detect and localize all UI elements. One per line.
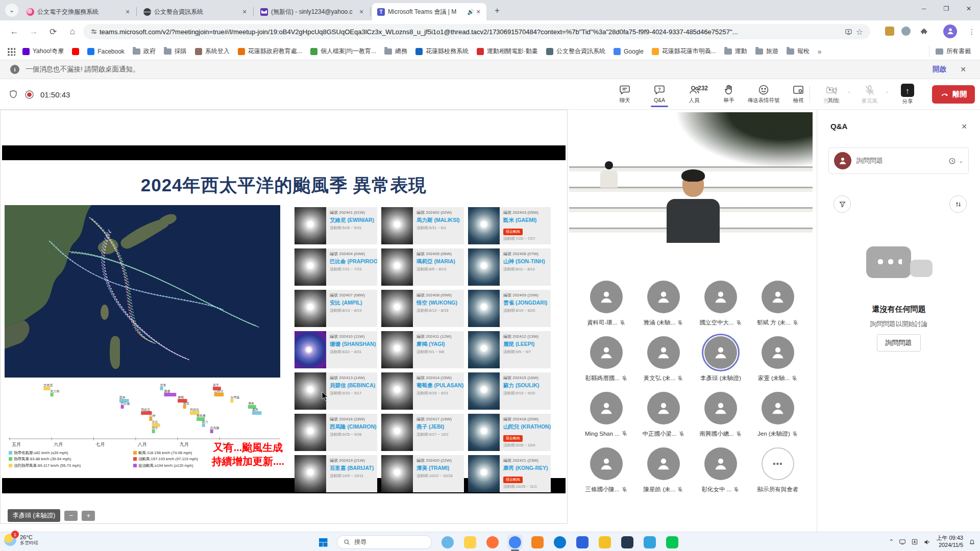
- participant-tile[interactable]: 彰縣媽厝國...: [578, 334, 635, 389]
- enable-notifications-button[interactable]: 開啟: [927, 63, 951, 76]
- close-window-button[interactable]: ✕: [958, 0, 980, 17]
- weather-app-icon[interactable]: [440, 535, 455, 549]
- edge-icon[interactable]: [552, 535, 568, 549]
- mail-app-icon[interactable]: [642, 535, 657, 549]
- bookmark-item[interactable]: 運動相關電影·動畫: [473, 45, 542, 58]
- typhoon-name[interactable]: 西馬隆 (CIMARON): [330, 423, 374, 431]
- browser-menu-icon[interactable]: ⋮: [966, 25, 978, 38]
- typhoon-name[interactable]: 燕子 (JEBI): [416, 423, 460, 431]
- stocks-app-icon[interactable]: [575, 535, 590, 549]
- typhoon-card[interactable]: 編號 202415 (16W) 蘇力 (SOULIK) 活動期:9/19 ~ 9…: [468, 372, 551, 410]
- photoshop-icon[interactable]: [620, 535, 635, 549]
- ask-question-button[interactable]: 詢問問題: [877, 334, 921, 352]
- participant-tile[interactable]: 南興國小總...: [692, 389, 749, 445]
- bookmark-item[interactable]: 總務: [380, 45, 411, 58]
- folder-orange-app-icon[interactable]: [530, 535, 545, 549]
- typhoon-card[interactable]: 編號 202411 (12W) 摩羯 (YAGI) 活動期:9/1 ~ 9/8: [381, 331, 464, 368]
- extensions-puzzle-icon[interactable]: [918, 26, 929, 37]
- typhoon-card[interactable]: 編號 202405 (06W) 瑪莉亞 (MARIA) 活動期:8/5 ~ 8/…: [381, 248, 464, 286]
- typhoon-name[interactable]: 潭美 (TRAMI): [416, 465, 460, 472]
- clock[interactable]: 上午 09:43 2024/11/5: [936, 535, 963, 549]
- reload-icon[interactable]: ⟳: [46, 24, 60, 39]
- participant-tile[interactable]: 家萱 (未驗...: [749, 334, 806, 389]
- bookmark-item[interactable]: 花蓮縣花蓮市明義...: [648, 45, 720, 58]
- chevron-down-icon[interactable]: ⌄: [885, 88, 889, 94]
- typhoon-name[interactable]: 珊珊 (SHANSHAN): [330, 341, 374, 348]
- start-button[interactable]: [316, 536, 330, 549]
- zoom-in-button[interactable]: +: [82, 511, 95, 521]
- forward-icon[interactable]: →: [27, 24, 41, 39]
- camera-button[interactable]: 照相機: [818, 84, 845, 105]
- participant-tile[interactable]: 黃文弘 (未...: [635, 334, 692, 389]
- typhoon-name[interactable]: 巴比侖 (PRAPIROON): [330, 258, 374, 265]
- bookmark-item[interactable]: Yahoo!奇摩: [18, 45, 68, 58]
- site-info-icon[interactable]: [88, 26, 100, 37]
- typhoon-card[interactable]: 編號 202412 (13W) 麗琵 (LEEPI) 活動期:9/5 ~ 9/7: [468, 331, 551, 368]
- browser-tab[interactable]: 公文整合資訊系統 ✕: [138, 3, 253, 20]
- bookmark-item[interactable]: 報稅: [782, 45, 814, 58]
- speaker-icon[interactable]: [923, 538, 931, 546]
- typhoon-name[interactable]: 蘇力 (SOULIK): [503, 382, 547, 389]
- participant-tile[interactable]: Jen (未驗證): [749, 389, 806, 445]
- typhoon-name[interactable]: 貝碧佳 (BEBINCA): [330, 382, 374, 389]
- all-bookmarks-button[interactable]: 所有書籤: [929, 46, 975, 57]
- bookmark-item[interactable]: 花蓮縣政府教育處...: [234, 45, 306, 58]
- bookmark-item[interactable]: 政府: [129, 45, 160, 58]
- apps-grid-icon[interactable]: [7, 47, 15, 56]
- bookmark-item[interactable]: 個人檔案|均一教育...: [306, 45, 380, 58]
- typhoon-name[interactable]: 摩羯 (YAGI): [416, 341, 460, 348]
- participant-tile[interactable]: 李彥頭 (未驗證): [692, 334, 749, 389]
- participant-tile[interactable]: 資科司-環...: [578, 278, 635, 334]
- qa-filter-button[interactable]: [834, 195, 851, 213]
- tab-close-icon[interactable]: ✕: [124, 8, 132, 16]
- tab-close-icon[interactable]: ✕: [474, 8, 482, 16]
- hand-tool-button[interactable]: 舉手: [714, 82, 744, 107]
- leave-button[interactable]: 離開: [932, 85, 975, 104]
- bookmarks-overflow-icon[interactable]: »: [814, 47, 826, 56]
- qa-compose-options[interactable]: ⌄: [948, 157, 963, 165]
- tab-close-icon[interactable]: ✕: [240, 8, 249, 16]
- typhoon-card[interactable]: 編號 202421 (23W) 康芮 (KONG-REY) 侵台颱風 活動期:1…: [468, 455, 551, 492]
- browser-tab[interactable]: (無新信) - sinly1234@yahoo.c ✕: [255, 3, 370, 20]
- bookmark-item[interactable]: 採購: [160, 45, 191, 58]
- participant-tile[interactable]: 國立空中大...: [692, 278, 749, 334]
- people-tool-button[interactable]: 232 人員: [679, 82, 709, 107]
- profile-avatar[interactable]: [943, 24, 957, 38]
- browser-tab[interactable]: 公文電子交換服務系統 ✕: [21, 3, 136, 20]
- typhoon-card[interactable]: 編號 202416 (18W) 西馬隆 (CIMARON) 活動期:9/25 ~…: [295, 414, 377, 451]
- home-icon[interactable]: ⌂: [65, 24, 80, 39]
- chat-tool-button[interactable]: 聊天: [610, 82, 640, 107]
- qa-sort-button[interactable]: [949, 195, 967, 213]
- firefox-icon[interactable]: [485, 535, 500, 549]
- bookmark-item[interactable]: 旅遊: [751, 45, 782, 58]
- typhoon-name[interactable]: 康芮 (KONG-REY): [503, 465, 547, 472]
- typhoon-card[interactable]: 編號 202401 (01W) 艾維尼 (EWINIAR) 活動期:5/26 ~…: [295, 207, 377, 244]
- qa-tool-button[interactable]: ? Q&A: [645, 82, 674, 107]
- bookmark-item[interactable]: [68, 46, 83, 57]
- participant-tile[interactable]: 郁斌 方 (未...: [749, 278, 806, 334]
- zoom-out-button[interactable]: −: [64, 511, 78, 521]
- typhoon-name[interactable]: 悟空 (WUKONG): [416, 299, 460, 307]
- line-icon[interactable]: [665, 535, 680, 549]
- browser-tab[interactable]: Microsoft Teams 會議 | M 🔊 ✕: [372, 3, 486, 20]
- typhoon-card[interactable]: 編號 202406 (07W) 山神 (SON-TINH) 活動期:8/11 ~…: [468, 248, 551, 286]
- send-to-device-icon[interactable]: [843, 26, 854, 37]
- typhoon-name[interactable]: 葡萄桑 (PULASAN): [416, 382, 460, 389]
- participant-tile[interactable]: 三條國小陳...: [578, 445, 635, 500]
- ime-indicator-icon[interactable]: [911, 538, 918, 545]
- bookmark-star-icon[interactable]: ☆: [854, 26, 865, 37]
- participant-tile[interactable]: 陳星皓 (未...: [635, 445, 692, 500]
- typhoon-name[interactable]: 馬力斯 (MALIKSI): [416, 217, 460, 224]
- typhoon-name[interactable]: 雲雀 (JONGDARI): [503, 299, 547, 307]
- chevron-up-icon[interactable]: ⌃: [889, 538, 894, 545]
- file-explorer-icon[interactable]: [462, 535, 478, 549]
- participant-tile[interactable]: Ming Shan ...: [578, 389, 635, 445]
- bookmark-item[interactable]: 公文整合資訊系統: [542, 45, 609, 58]
- new-tab-button[interactable]: +: [491, 5, 503, 17]
- typhoon-card[interactable]: 編號 202417 (19W) 燕子 (JEBI) 活動期:9/27 ~ 10/…: [381, 414, 464, 451]
- tab-close-icon[interactable]: ✕: [357, 8, 365, 16]
- share-button[interactable]: ↑ 分享: [894, 84, 921, 105]
- bookmark-item[interactable]: Google: [609, 46, 648, 57]
- chevron-down-icon[interactable]: ⌄: [5, 4, 18, 17]
- notification-bell-icon[interactable]: [968, 538, 976, 546]
